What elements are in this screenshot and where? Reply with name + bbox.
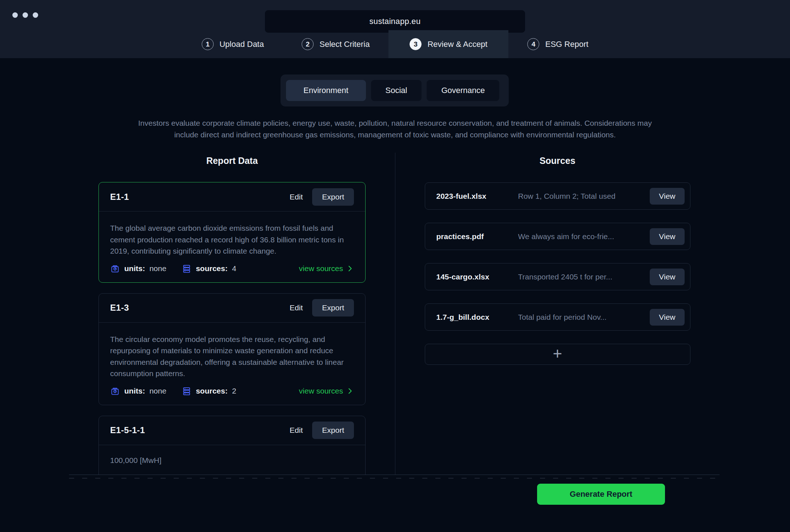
card-meta-row: units: none sources: 4 [110, 264, 354, 274]
report-card-e1-1: E1-1 Edit Export The global average carb… [98, 182, 366, 283]
step-number-badge: 3 [410, 38, 422, 50]
source-filename: 1.7-g_bill.docx [436, 313, 518, 322]
card-header: E1-5-1-1 Edit Export [99, 416, 365, 445]
card-body: The circular economy model promotes the … [99, 323, 365, 405]
card-meta-row: units: none sources: 2 [110, 386, 354, 396]
source-row: 1.7-g_bill.docx Total paid for period No… [425, 303, 690, 331]
plus-icon: + [553, 346, 562, 362]
browser-titlebar: sustainapp.eu 1 Upload Data 2 Select Cri… [0, 0, 790, 58]
database-icon [182, 386, 192, 396]
card-actions: Edit Export [290, 422, 354, 439]
generate-report-button[interactable]: Generate Report [537, 484, 665, 505]
tab-governance[interactable]: Governance [427, 80, 499, 101]
units-group: units: none [110, 264, 166, 274]
card-actions: Edit Export [290, 188, 354, 206]
edit-button[interactable]: Edit [290, 303, 303, 312]
source-row: practices.pdf We always aim for eco-frie… [425, 223, 690, 250]
tab-social[interactable]: Social [371, 80, 422, 101]
source-row: 145-cargo.xlsx Transported 2405 t for pe… [425, 263, 690, 290]
scale-icon [110, 386, 120, 396]
source-description: Row 1, Column 2; Total used [518, 192, 650, 201]
step-number-badge: 1 [202, 38, 214, 50]
window-control-dot[interactable] [33, 12, 38, 18]
step-review-accept[interactable]: 3 Review & Accept [388, 30, 508, 58]
step-number-badge: 4 [527, 38, 539, 50]
card-header: E1-3 Edit Export [99, 294, 365, 322]
report-data-title: Report Data [69, 156, 395, 166]
dashed-divider [69, 478, 720, 479]
tab-environment[interactable]: Environment [286, 80, 366, 101]
chevron-right-icon [346, 387, 354, 395]
sources-column: Sources 2023-fuel.xlsx Row 1, Column 2; … [395, 156, 720, 365]
window-controls [12, 12, 38, 18]
edit-button[interactable]: Edit [290, 193, 303, 201]
chevron-right-icon [346, 265, 354, 273]
units-group: units: none [110, 386, 166, 396]
card-id: E1-5-1-1 [110, 425, 145, 435]
report-card-list: E1-1 Edit Export The global average carb… [98, 182, 366, 475]
card-id: E1-3 [110, 303, 129, 313]
step-number-badge: 2 [302, 38, 314, 50]
source-filename: practices.pdf [436, 232, 518, 241]
export-button[interactable]: Export [312, 422, 354, 439]
review-pane: Report Data E1-1 Edit Export The global … [0, 153, 790, 475]
source-description: Total paid for period Nov... [518, 313, 650, 322]
sources-group: sources: 4 [182, 264, 236, 274]
view-source-button[interactable]: View [650, 228, 684, 245]
card-actions: Edit Export [290, 299, 354, 317]
step-esg-report[interactable]: 4 ESG Report [508, 30, 607, 58]
edit-button[interactable]: Edit [290, 426, 303, 435]
app-window: sustainapp.eu 1 Upload Data 2 Select Cri… [0, 0, 790, 532]
content-bottom-divider [69, 475, 720, 475]
source-filename: 145-cargo.xlsx [436, 273, 518, 281]
url-text: sustainapp.eu [370, 17, 421, 26]
export-button[interactable]: Export [312, 299, 354, 317]
card-body: The global average carbon dioxide emissi… [99, 211, 365, 282]
view-sources-link[interactable]: view sources [299, 387, 354, 395]
category-description: Investors evaluate corporate climate pol… [126, 117, 664, 141]
scale-icon [110, 264, 120, 274]
window-control-dot[interactable] [12, 12, 18, 18]
source-row: 2023-fuel.xlsx Row 1, Column 2; Total us… [425, 182, 690, 210]
sources-group: sources: 2 [182, 386, 236, 396]
source-filename: 2023-fuel.xlsx [436, 192, 518, 201]
source-description: We always aim for eco-frie... [518, 232, 650, 241]
card-id: E1-1 [110, 192, 129, 202]
view-source-button[interactable]: View [650, 309, 684, 326]
window-control-dot[interactable] [23, 12, 28, 18]
card-text: The global average carbon dioxide emissi… [110, 222, 354, 257]
database-icon [182, 264, 192, 274]
report-card-e1-3: E1-3 Edit Export The circular economy mo… [98, 293, 366, 405]
step-select-criteria[interactable]: 2 Select Criteria [283, 30, 388, 58]
esg-category-tab-bar: Environment Social Governance [281, 74, 509, 106]
view-source-button[interactable]: View [650, 188, 684, 205]
report-card-e1-5-1-1: E1-5-1-1 Edit Export 100,000 [MwH] [98, 416, 366, 475]
card-value: 100,000 [MwH] [99, 445, 365, 474]
source-list: 2023-fuel.xlsx Row 1, Column 2; Total us… [425, 182, 690, 365]
source-description: Transported 2405 t for per... [518, 273, 650, 281]
url-bar[interactable]: sustainapp.eu [265, 10, 525, 33]
sources-title: Sources [395, 156, 720, 166]
report-data-column: Report Data E1-1 Edit Export The global … [69, 156, 395, 475]
step-upload-data[interactable]: 1 Upload Data [183, 30, 283, 58]
wizard-stepper: 1 Upload Data 2 Select Criteria 3 Review… [0, 30, 790, 58]
view-source-button[interactable]: View [650, 269, 684, 285]
card-text: The circular economy model promotes the … [110, 334, 354, 379]
card-header: E1-1 Edit Export [99, 182, 365, 211]
add-source-button[interactable]: + [425, 344, 690, 365]
export-button[interactable]: Export [312, 188, 354, 206]
view-sources-link[interactable]: view sources [299, 264, 354, 273]
